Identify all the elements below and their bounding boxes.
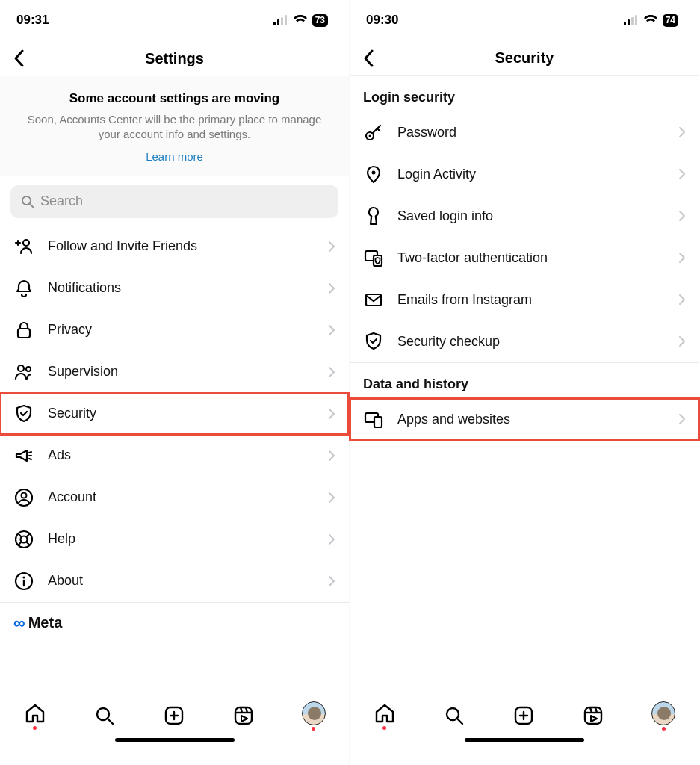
row-saved-login[interactable]: Saved login info [350,195,699,237]
megaphone-icon [13,445,34,466]
row-label: Security checkup [397,334,665,350]
section-data-history: Data and history [350,363,699,398]
svg-point-37 [369,135,371,137]
back-button[interactable] [9,48,30,69]
row-label: Saved login info [397,208,665,224]
svg-rect-3 [285,15,287,25]
notification-dot-icon [662,727,666,731]
nav-header: Settings [0,40,349,76]
wifi-icon [293,15,308,25]
profile-avatar-icon [651,701,675,725]
home-indicator [465,738,584,742]
row-notifications[interactable]: Notifications [0,267,349,309]
tab-search[interactable] [93,704,116,727]
svg-rect-9 [18,329,30,338]
battery-level-icon: 74 [663,14,678,27]
meta-text: Meta [28,614,63,631]
account-circle-icon [13,487,34,508]
row-label: Security [48,406,315,421]
home-icon [24,702,46,725]
svg-line-24 [108,719,113,724]
notification-dot-icon [33,726,37,730]
svg-rect-35 [635,15,637,25]
row-login-activity[interactable]: Login Activity [350,153,699,195]
svg-point-11 [26,367,31,371]
row-security-checkup[interactable]: Security checkup [350,320,699,362]
row-help[interactable]: Help [0,518,349,560]
search-input[interactable]: Search [10,185,338,218]
tabbar [350,693,699,738]
chevron-right-icon [678,294,686,306]
keyhole-icon [363,205,384,226]
svg-rect-33 [628,19,630,25]
devices-shield-icon [363,247,384,268]
chevron-right-icon [678,252,686,264]
row-supervision[interactable]: Supervision [0,351,349,393]
tab-create[interactable] [512,704,535,727]
svg-line-39 [377,128,380,131]
cellular-icon [273,15,288,25]
search-icon [93,704,116,727]
status-bar: 09:31 73 [0,0,349,40]
svg-point-10 [18,365,24,371]
row-security[interactable]: Security [0,393,349,435]
row-ads[interactable]: Ads [0,435,349,477]
search-icon [21,195,34,208]
row-label: About [48,573,315,589]
search-icon [443,704,465,727]
status-icons: 73 [273,14,328,27]
people-icon [13,362,34,382]
learn-more-link[interactable]: Learn more [22,150,326,163]
row-two-factor[interactable]: Two-factor authentication [350,237,699,279]
tab-search[interactable] [443,704,465,727]
status-time: 09:31 [16,13,49,28]
svg-line-19 [26,542,30,545]
back-button[interactable] [359,48,380,69]
chevron-right-icon [328,408,335,420]
row-label: Supervision [48,364,315,380]
svg-line-16 [18,533,22,537]
row-apps-websites[interactable]: Apps and websites [350,398,699,440]
tab-reels[interactable] [232,704,255,727]
mail-icon [363,289,384,310]
status-icons: 74 [624,14,678,27]
row-privacy[interactable]: Privacy [0,309,349,351]
login-security-list: Password Login Activity Saved login info… [350,111,699,362]
svg-point-8 [23,240,29,246]
section-login-security: Login security [350,76,699,111]
row-about[interactable]: About [0,560,349,602]
row-password[interactable]: Password [350,111,699,153]
tab-profile[interactable] [651,701,675,731]
profile-avatar-icon [302,701,326,725]
row-account[interactable]: Account [0,477,349,518]
tab-home[interactable] [24,702,46,730]
tab-reels[interactable] [582,704,604,727]
svg-point-13 [22,492,27,498]
row-label: Login Activity [397,167,665,182]
tab-create[interactable] [163,704,185,727]
chevron-right-icon [328,575,335,587]
create-post-icon [163,704,185,727]
svg-line-5 [30,204,34,208]
create-post-icon [512,704,535,727]
row-label: Two-factor authentication [397,250,665,266]
chevron-right-icon [328,324,335,336]
accounts-center-notice: Some account settings are moving Soon, A… [0,76,349,176]
reels-icon [232,704,255,727]
svg-rect-2 [281,17,283,25]
row-label: Notifications [48,280,315,296]
notice-body: Soon, Accounts Center will be the primar… [22,112,326,143]
row-emails[interactable]: Emails from Instagram [350,279,699,320]
meta-brand: ∞ Meta [0,603,349,639]
battery-level-icon: 73 [312,14,328,27]
row-follow-invite[interactable]: Follow and Invite Friends [0,226,349,267]
settings-list: Follow and Invite Friends Notifications … [0,226,349,639]
wifi-icon [643,15,658,25]
svg-rect-51 [585,707,601,724]
shield-check-icon [363,331,384,352]
status-time: 09:30 [366,13,398,28]
tab-profile[interactable] [302,701,326,731]
row-label: Help [48,531,315,547]
tab-home[interactable] [374,702,396,730]
svg-line-18 [18,542,22,545]
